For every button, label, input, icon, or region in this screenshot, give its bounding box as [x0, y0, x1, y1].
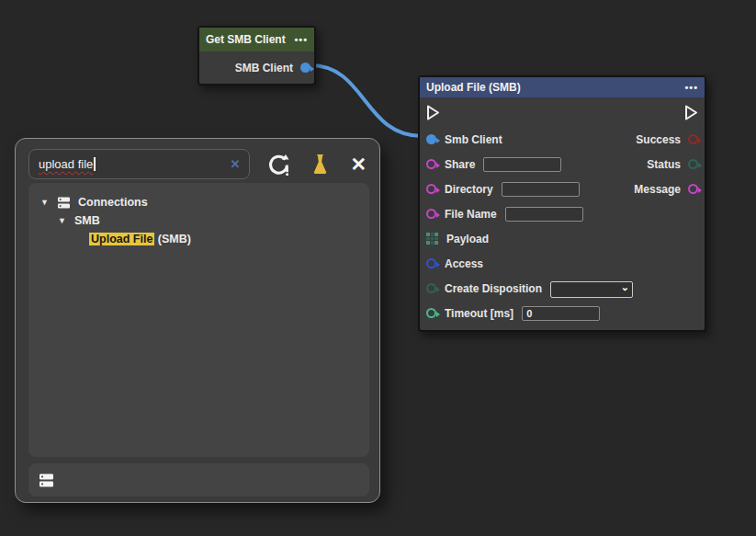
search-input[interactable]: upload file ✕ [28, 149, 250, 179]
status-output-port[interactable] [688, 159, 698, 169]
share-field[interactable] [483, 157, 561, 172]
node-row: Smb Client Success [420, 127, 705, 152]
filter-flask-icon[interactable] [309, 153, 332, 176]
create-disposition-input-port[interactable] [426, 283, 436, 293]
panel-bottom-bar[interactable] [28, 463, 369, 496]
tree-item-smb[interactable]: ▼ SMB [58, 211, 369, 230]
node-row: Create Disposition ⌄ [420, 276, 705, 301]
directory-field[interactable] [502, 182, 580, 197]
timeout-input-port[interactable] [426, 308, 436, 318]
node-row: Directory Message [420, 177, 705, 201]
input-label: Create Disposition [445, 282, 542, 295]
node-row: Timeout [ms] [420, 301, 705, 325]
node-row: File Name [420, 201, 705, 226]
highlighted-match-text: Upload File [89, 233, 154, 245]
input-label: File Name [445, 208, 497, 221]
input-label: Payload [446, 233, 489, 245]
tree-label: Connections [78, 196, 148, 209]
expander-icon[interactable]: ▼ [58, 216, 67, 225]
output-port-label: SMB Client [235, 62, 293, 74]
node-search-panel: upload file ✕ ✕ ▼ [15, 138, 380, 503]
payload-grid-icon[interactable] [426, 233, 438, 245]
smb-client-output-port[interactable] [300, 63, 310, 73]
directory-input-port[interactable] [426, 184, 436, 194]
output-label: Message [634, 183, 681, 196]
input-label: Timeout [ms] [445, 307, 513, 320]
file-name-input-port[interactable] [426, 209, 436, 219]
flow-output-port[interactable] [683, 104, 699, 121]
node-row: Share Status [420, 152, 705, 177]
expander-icon[interactable]: ▼ [40, 198, 50, 207]
node-title: Upload File (SMB) [426, 81, 521, 94]
share-input-port[interactable] [426, 159, 436, 169]
text-caret [94, 157, 96, 171]
success-output-port[interactable] [688, 134, 698, 144]
input-label: Access [445, 257, 483, 270]
clear-search-icon[interactable]: ✕ [230, 158, 240, 170]
node-header[interactable]: Get SMB Client ••• [199, 28, 314, 51]
file-name-field[interactable] [505, 207, 583, 222]
node-title: Get SMB Client [206, 33, 286, 46]
node-row: Access [420, 251, 705, 276]
input-label: Smb Client [445, 133, 502, 146]
output-label: Success [636, 133, 681, 146]
node-body: SMB Client [199, 51, 314, 84]
smb-client-input-port[interactable] [426, 134, 436, 144]
node-get-smb-client[interactable]: Get SMB Client ••• SMB Client [197, 26, 316, 86]
node-row: Payload [420, 226, 705, 251]
timeout-field[interactable] [522, 306, 600, 321]
node-upload-file-smb[interactable]: Upload File (SMB) ••• Smb Client Success… [418, 75, 706, 332]
access-input-port[interactable] [426, 258, 436, 268]
input-label: Share [445, 158, 475, 171]
search-query-text: upload file [39, 157, 93, 171]
close-panel-icon[interactable]: ✕ [350, 154, 367, 174]
node-header[interactable]: Upload File (SMB) ••• [420, 77, 705, 97]
connections-server-icon [57, 196, 71, 210]
refresh-alert-icon[interactable] [266, 152, 291, 177]
match-suffix-text: (SMB) [154, 233, 191, 245]
tree-label-match: Upload File (SMB) [89, 233, 191, 245]
search-results-tree: ▼ Connections ▼ SMB Upload File (SMB) [28, 183, 369, 457]
connection-wire[interactable] [310, 65, 422, 136]
search-toolbar: upload file ✕ ✕ [16, 139, 379, 179]
tree-item-upload-file-smb[interactable]: Upload File (SMB) [89, 230, 369, 248]
input-label: Directory [445, 183, 493, 196]
create-disposition-select[interactable] [550, 281, 633, 298]
tree-label: SMB [74, 214, 100, 227]
flow-input-port[interactable] [425, 104, 441, 121]
server-icon [39, 473, 54, 488]
message-output-port[interactable] [688, 184, 698, 194]
node-menu-icon[interactable]: ••• [294, 34, 308, 45]
tree-item-connections[interactable]: ▼ Connections [40, 193, 369, 211]
output-label: Status [647, 158, 681, 171]
flow-port-row [420, 97, 705, 127]
node-menu-icon[interactable]: ••• [684, 82, 698, 93]
